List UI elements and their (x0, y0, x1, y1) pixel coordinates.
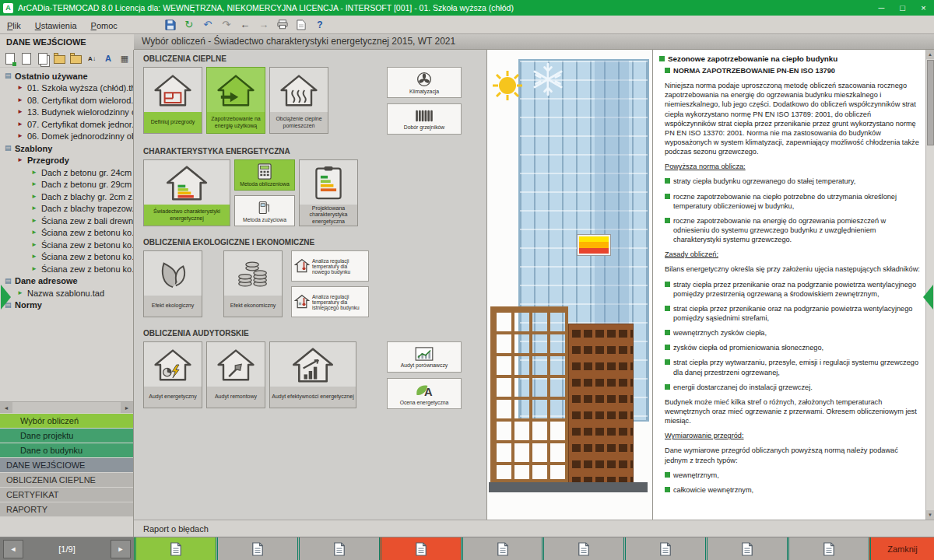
tree-item[interactable]: Dach z betonu gr. 24cm (0, 166, 133, 179)
tile-swiadectwo[interactable]: Świadectwo charakterystyki energetycznej (143, 159, 230, 226)
new-document-icon[interactable] (3, 51, 17, 65)
leaf-icon (144, 251, 202, 296)
sidebar-nav-button[interactable]: DANE WEJŚCIOWE (0, 458, 133, 472)
calculation-selection-panel: OBLICZENIA CIEPLNE Definiuj przegrody Za… (134, 50, 486, 520)
tree-item[interactable]: Dach z blachy trapezow... (0, 203, 133, 215)
tree-item[interactable]: Ściana zew z betonu ko... (0, 227, 133, 240)
tree-horizontal-scrollbar: ◄ ► (0, 401, 133, 413)
prev-page-button[interactable]: ◄ (3, 540, 23, 558)
scroll-down-icon[interactable]: ▼ (926, 510, 934, 520)
tile-projektowana-charakterystyka[interactable]: Projektowana charakterystyka energetyczn… (299, 159, 358, 226)
error-report-bar[interactable]: Raport o błędach (134, 520, 934, 537)
scroll-left-icon[interactable]: ◄ (0, 402, 12, 413)
tile-ocena-energetyczna[interactable]: A Ocena energetyczna (387, 378, 462, 409)
close-view-button[interactable]: Zamknij (869, 537, 934, 560)
info-block[interactable]: Powyższa norma oblicza: (665, 162, 920, 171)
info-block[interactable]: Zasady obliczeń: (665, 250, 920, 259)
tile-efekt-ekonomiczny[interactable]: Efekt ekonomiczny (223, 250, 283, 317)
tree-item[interactable]: Dach z betonu gr. 29cm (0, 179, 133, 191)
tile-audyt-porownawczy[interactable]: Audyt porównawczy (387, 341, 462, 373)
documents-stack-icon[interactable] (36, 51, 50, 65)
tile-analiza-nowego-budynku[interactable]: Analiza regulacji temperatury dla nowego… (291, 250, 369, 282)
refresh-icon[interactable]: ↻ (181, 17, 198, 33)
expand-left-panel-arrow[interactable] (1, 285, 11, 310)
scroll-up-icon[interactable]: ▲ (926, 50, 934, 59)
tree-item[interactable]: Ściana zew z betonu ko... (0, 251, 133, 264)
tile-audyt-remontowy[interactable]: Audyt remontowy (206, 341, 265, 408)
maximize-button[interactable]: □ (892, 0, 913, 16)
tree-item[interactable]: 07. Certyfikat domek jednor... (0, 118, 133, 131)
save-icon[interactable] (162, 17, 179, 33)
sidebar-nav-button[interactable]: CERTYFIKAT (0, 488, 133, 502)
sidebar-nav-button[interactable]: RAPORTY (0, 502, 133, 516)
info-block[interactable]: Wymiarowanie przegród: (665, 431, 920, 440)
menu-item[interactable]: Ustawienia (28, 21, 84, 30)
scrollbar-thumb[interactable] (927, 60, 934, 145)
tree-item[interactable]: Ściana zew z bali drewn... (0, 215, 133, 227)
nav-forward-icon[interactable]: → (255, 17, 272, 33)
menu-item[interactable]: Pomoc (84, 21, 125, 30)
tile-analiza-istniejacego-budynku[interactable]: Analiza regulacji temperatury dla istnie… (291, 286, 369, 317)
font-icon[interactable]: A (101, 51, 115, 65)
undo-icon[interactable]: ↶ (199, 17, 216, 33)
tile-definiuj-przegrody[interactable]: Definiuj przegrody (143, 67, 202, 134)
report-document-button[interactable] (787, 537, 869, 560)
report-document-button[interactable] (216, 537, 297, 560)
bullet-icon (665, 194, 670, 199)
tree-item[interactable]: Szablony (0, 142, 133, 155)
report-document-button[interactable] (461, 537, 542, 560)
house-repair-icon (207, 342, 265, 387)
tile-audyt-efektywnosci[interactable]: Audyt efektywności energetycznej (269, 341, 356, 408)
tile-efekt-ekologiczny[interactable]: Efekt ekologiczny (143, 250, 202, 317)
tree-item[interactable]: Nazwa szablonu.tad (0, 287, 133, 299)
tree-item[interactable]: Normy (0, 299, 133, 312)
tree-item[interactable]: Ściana zew z betonu ko... (0, 263, 133, 275)
report-document-button[interactable] (379, 537, 461, 560)
app-window: A ArCADia-TERMOCAD 8.0 Licencja dla: WEW… (0, 0, 934, 560)
sidebar-nav-button[interactable]: Dane o budynku (0, 443, 133, 457)
report-document-button[interactable] (134, 537, 216, 560)
report-document-button[interactable] (705, 537, 787, 560)
clipboard-energy-icon (300, 160, 357, 205)
folder-icon[interactable] (52, 51, 66, 65)
report-document-button[interactable] (623, 537, 705, 560)
svg-text:A: A (424, 385, 433, 397)
redo-icon[interactable]: ↷ (218, 17, 235, 33)
tile-metoda-obliczeniowa[interactable]: Metoda obliczeniowa (234, 159, 295, 191)
print-icon[interactable] (274, 17, 291, 33)
tree-item[interactable]: 06. Domek jednorodzinny ob... (0, 131, 133, 143)
tree-item[interactable]: 13. Budynek wielorodzinny o... (0, 107, 133, 119)
sidebar-nav-button[interactable]: Wybór obliczeń (0, 414, 133, 428)
minimize-button[interactable]: ─ (871, 0, 892, 16)
report-document-button[interactable] (542, 537, 623, 560)
tree-item[interactable]: 01. Szkoła wyższa (chłód).thl (0, 82, 133, 95)
tree-item[interactable]: Przegrody (0, 155, 133, 167)
document-icon[interactable] (19, 51, 33, 65)
tree-item[interactable]: Dane adresowe (0, 275, 133, 288)
tile-dobor-grzejnikow[interactable]: Dobór grzejników (387, 103, 462, 135)
tile-metoda-zuzyciowa[interactable]: Metoda zużyciowa (234, 195, 295, 226)
tree-item[interactable]: 08. Certyfikat dom wielorod... (0, 94, 133, 107)
tree-item-icon (17, 85, 27, 91)
table-icon[interactable]: ▦ (118, 51, 132, 65)
help-icon[interactable]: ? (311, 17, 328, 33)
tree-item[interactable]: Dach z blachy gr. 2cm z... (0, 191, 133, 203)
preview-icon[interactable] (293, 17, 310, 33)
tree-item[interactable]: Ściana zew z betonu ko... (0, 239, 133, 251)
sidebar-nav-button[interactable]: Dane projektu (0, 429, 133, 443)
next-page-button[interactable]: ► (111, 540, 131, 558)
tile-obciazenie-cieplne[interactable]: Obciążenie cieplne pomieszczeń (269, 67, 328, 134)
scroll-right-icon[interactable]: ► (121, 402, 133, 413)
sort-az-icon[interactable]: A↓ (85, 51, 99, 65)
tile-zapotrzebowanie-energia[interactable]: Zapotrzebowanie na energię użytkową (206, 67, 265, 134)
menu-item[interactable]: Plik (0, 21, 28, 30)
tile-klimatyzacja[interactable]: Klimatyzacja (387, 67, 462, 98)
collapse-right-panel-arrow[interactable] (923, 285, 933, 310)
sidebar-nav-button[interactable]: OBLICZENIA CIEPLNE (0, 473, 133, 487)
close-window-button[interactable]: × (913, 0, 934, 16)
tree-item[interactable]: Ostatnio używane (0, 70, 133, 82)
nav-back-icon[interactable]: ← (237, 17, 254, 33)
folder-open-icon[interactable] (68, 51, 83, 65)
tile-audyt-energetyczny[interactable]: Audyt energetyczny (143, 341, 202, 408)
report-document-button[interactable] (297, 537, 379, 560)
